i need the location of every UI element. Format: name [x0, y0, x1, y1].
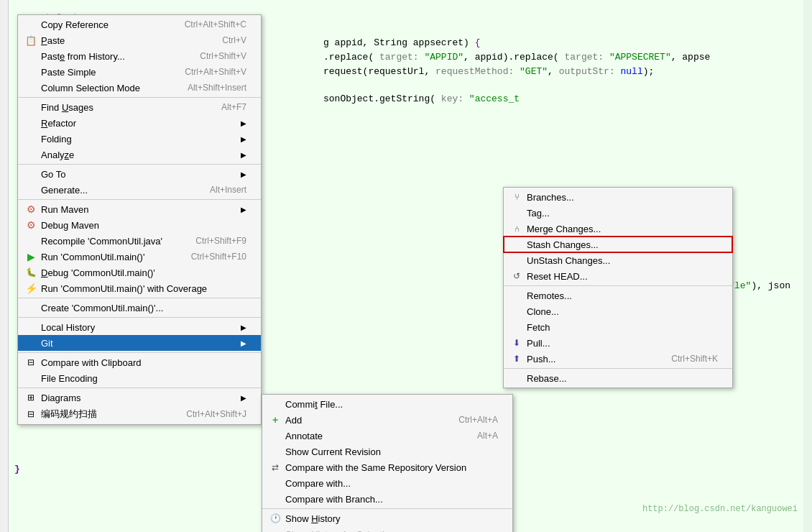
- context-menu-repository: ⑂ Branches... Tag... ⑃ Merge Changes... …: [503, 187, 733, 388]
- branches-label: Branches...: [527, 192, 718, 203]
- menu-item-run-main[interactable]: ▶ Run 'CommonUtil.main()' Ctrl+Shift+F10: [18, 249, 261, 265]
- go-to-label: Go To: [41, 169, 235, 180]
- run-coverage-label: Run 'CommonUtil.main()' with Coverage: [41, 283, 246, 294]
- merge-changes-label: Merge Changes...: [527, 224, 718, 234]
- pull-icon: ⬇: [509, 338, 524, 348]
- paste-label: Paste: [41, 35, 208, 46]
- code-style-icon: ⊟: [24, 409, 38, 419]
- run-maven-arrow: ▶: [241, 206, 246, 214]
- menu-item-compare-clipboard[interactable]: ⊟ Compare with Clipboard: [18, 354, 261, 370]
- rebase-label: Rebase...: [527, 373, 718, 384]
- menu-item-paste[interactable]: 📋 Paste Ctrl+V: [18, 32, 261, 48]
- menu-item-create-main[interactable]: Create 'CommonUtil.main()'...: [18, 300, 261, 316]
- separator-5: [18, 317, 261, 318]
- annotate-label: Annotate: [285, 431, 463, 441]
- menu-item-compare-same[interactable]: ⇄ Compare with the Same Repository Versi…: [262, 459, 512, 475]
- commit-file-label: Commit File...: [285, 399, 498, 410]
- paste-history-label: Paste from History...: [41, 51, 185, 62]
- menu-item-remotes[interactable]: Remotes...: [504, 288, 732, 303]
- git-label: Git: [41, 338, 235, 349]
- show-history-label: Show History: [285, 513, 498, 524]
- find-usages-label: Find Usages: [41, 102, 207, 113]
- git-separator-1: [262, 508, 512, 509]
- debug-maven-icon: ⚙: [24, 219, 38, 231]
- menu-item-diagrams[interactable]: ⊞ Diagrams ▶: [18, 390, 261, 405]
- menu-item-commit-file[interactable]: Commit File...: [262, 396, 512, 412]
- menu-item-annotate[interactable]: Annotate Alt+A: [262, 428, 512, 444]
- menu-item-compare-with[interactable]: Compare with...: [262, 475, 512, 491]
- paste-simple-label: Paste Simple: [41, 67, 170, 78]
- menu-item-analyze[interactable]: Analyze ▶: [18, 147, 261, 162]
- refactor-arrow: ▶: [241, 119, 246, 127]
- menu-item-copy-reference[interactable]: Copy Reference Ctrl+Alt+Shift+C: [18, 17, 261, 32]
- diagrams-icon: ⊞: [24, 393, 38, 403]
- menu-item-column-selection[interactable]: Column Selection Mode Alt+Shift+Insert: [18, 80, 261, 96]
- menu-item-push[interactable]: ⬆ Push... Ctrl+Shift+K: [504, 351, 732, 367]
- menu-item-branches[interactable]: ⑂ Branches...: [504, 189, 732, 205]
- menu-item-stash-changes[interactable]: Stash Changes...: [504, 237, 732, 252]
- menu-item-clone[interactable]: Clone...: [504, 303, 732, 319]
- menu-item-code-style[interactable]: ⊟ 编码规约扫描 Ctrl+Alt+Shift+J: [18, 405, 261, 423]
- branches-icon: ⑂: [509, 192, 524, 202]
- separator-2: [18, 164, 261, 165]
- analyze-label: Analyze: [41, 150, 235, 160]
- menu-item-debug-main[interactable]: 🐛 Debug 'CommonUtil.main()': [18, 265, 261, 280]
- show-history-icon: 🕐: [268, 513, 282, 523]
- generate-label: Generate...: [41, 185, 195, 196]
- code-style-shortcut: Ctrl+Alt+Shift+J: [186, 409, 246, 419]
- add-label: Add: [285, 415, 444, 426]
- menu-item-paste-simple[interactable]: Paste Simple Ctrl+Alt+Shift+V: [18, 64, 261, 80]
- debug-main-label: Debug 'CommonUtil.main()': [41, 267, 246, 278]
- menu-item-git[interactable]: Git ▶: [18, 335, 261, 351]
- run-maven-icon: ⚙: [24, 203, 38, 215]
- menu-item-file-encoding[interactable]: File Encoding: [18, 370, 261, 386]
- menu-item-fetch[interactable]: Fetch: [504, 319, 732, 335]
- editor-right-sidebar: [803, 0, 812, 532]
- go-to-arrow: ▶: [241, 170, 246, 178]
- menu-item-run-coverage[interactable]: ⚡ Run 'CommonUtil.main()' with Coverage: [18, 280, 261, 296]
- menu-item-tag[interactable]: Tag...: [504, 205, 732, 221]
- menu-item-pull[interactable]: ⬇ Pull...: [504, 335, 732, 351]
- menu-item-show-history[interactable]: 🕐 Show History: [262, 510, 512, 526]
- unstash-changes-label: UnStash Changes...: [527, 255, 718, 266]
- menu-item-rebase[interactable]: Rebase...: [504, 370, 732, 386]
- menu-item-recompile[interactable]: Recompile 'CommonUtil.java' Ctrl+Shift+F…: [18, 233, 261, 249]
- menu-item-run-maven[interactable]: ⚙ Run Maven ▶: [18, 201, 261, 217]
- menu-item-generate[interactable]: Generate... Alt+Insert: [18, 182, 261, 198]
- push-icon: ⬆: [509, 354, 524, 364]
- clone-label: Clone...: [527, 306, 718, 317]
- compare-with-label: Compare with...: [285, 478, 498, 489]
- paste-icon: 📋: [24, 35, 38, 46]
- analyze-arrow: ▶: [241, 151, 246, 159]
- menu-item-find-usages[interactable]: Find Usages Alt+F7: [18, 99, 261, 115]
- show-history-selection-label: Show History for Selection: [285, 529, 498, 533]
- menu-item-add[interactable]: + Add Ctrl+Alt+A: [262, 412, 512, 428]
- paste-history-shortcut: Ctrl+Shift+V: [200, 51, 246, 61]
- debug-maven-label: Debug Maven: [41, 220, 246, 231]
- menu-item-reset-head[interactable]: ↺ Reset HEAD...: [504, 268, 732, 284]
- separator-6: [18, 352, 261, 353]
- diagrams-arrow: ▶: [241, 394, 246, 402]
- separator-7: [18, 387, 261, 388]
- run-main-icon: ▶: [24, 251, 38, 262]
- compare-clipboard-label: Compare with Clipboard: [41, 357, 246, 368]
- editor-gutter: [0, 0, 9, 532]
- menu-item-show-revision[interactable]: Show Current Revision: [262, 444, 512, 459]
- menu-item-local-history[interactable]: Local History ▶: [18, 319, 261, 335]
- menu-item-go-to[interactable]: Go To ▶: [18, 166, 261, 182]
- reset-head-icon: ↺: [509, 271, 524, 281]
- menu-item-merge-changes[interactable]: ⑃ Merge Changes...: [504, 221, 732, 237]
- push-label: Push...: [527, 354, 657, 364]
- menu-item-unstash-changes[interactable]: UnStash Changes...: [504, 252, 732, 268]
- menu-item-compare-branch[interactable]: Compare with Branch...: [262, 491, 512, 507]
- menu-item-folding[interactable]: Folding ▶: [18, 131, 261, 147]
- menu-item-paste-history[interactable]: Paste from History... Ctrl+Shift+V: [18, 48, 261, 64]
- local-history-arrow: ▶: [241, 324, 246, 331]
- context-menu-primary: Copy Reference Ctrl+Alt+Shift+C 📋 Paste …: [17, 14, 262, 425]
- repo-separator-1: [504, 285, 732, 286]
- menu-item-show-history-selection[interactable]: Show History for Selection: [262, 526, 512, 532]
- compare-clipboard-icon: ⊟: [24, 357, 38, 367]
- menu-item-debug-maven[interactable]: ⚙ Debug Maven: [18, 217, 261, 233]
- menu-item-refactor[interactable]: Refactor ▶: [18, 115, 261, 131]
- file-encoding-label: File Encoding: [41, 373, 246, 384]
